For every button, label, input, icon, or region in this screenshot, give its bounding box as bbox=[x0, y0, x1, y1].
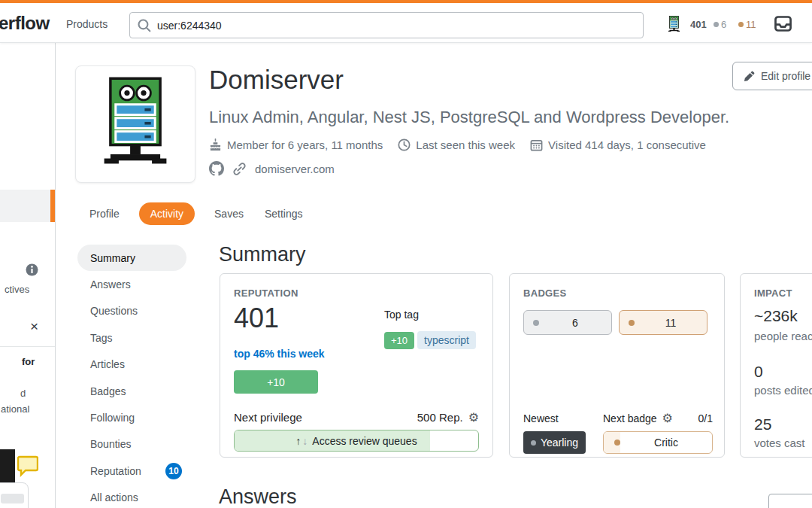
up-arrow-icon: ↑ bbox=[295, 435, 301, 447]
subnav-item-answers[interactable]: Answers bbox=[77, 271, 186, 297]
profile-meta-row: Member for 6 years, 11 months Last seen … bbox=[209, 138, 706, 151]
posts-edited-value: 0 bbox=[754, 363, 763, 381]
cake-icon bbox=[209, 138, 222, 151]
inbox-icon[interactable] bbox=[774, 16, 792, 32]
subnav-item-tags[interactable]: Tags bbox=[77, 324, 186, 351]
next-badge-progress: 0/1 bbox=[698, 412, 713, 424]
visited: Visited 414 days, 1 consecutive bbox=[530, 138, 706, 151]
badges-card-title: BADGES bbox=[523, 287, 566, 299]
top-tag-change: +10 bbox=[384, 332, 414, 349]
sidebar-text-fragment-d: d bbox=[20, 388, 26, 399]
products-menu[interactable]: Products bbox=[66, 18, 108, 30]
avatar[interactable] bbox=[75, 65, 195, 183]
sidebar-image-fragment bbox=[0, 449, 15, 482]
privilege-progress-bar[interactable]: ↑↓ Access review queues bbox=[234, 430, 479, 452]
top-bar: erflow Products 401 6 11 bbox=[0, 0, 812, 43]
sidebar-selected-item[interactable] bbox=[0, 190, 55, 222]
subnav-item-summary[interactable]: Summary bbox=[77, 245, 186, 271]
site-logo[interactable]: erflow bbox=[0, 13, 50, 34]
silver-dot-icon bbox=[531, 440, 536, 446]
sidebar-text-fragment-ational: ational bbox=[1, 403, 29, 415]
people-reached-value: ~236k bbox=[754, 307, 798, 325]
subnav-item-bounties[interactable]: Bounties bbox=[77, 431, 186, 458]
newest-badge-yearling[interactable]: Yearling bbox=[523, 431, 586, 454]
github-icon[interactable] bbox=[209, 161, 224, 176]
next-privilege-row: Next privilege 500 Rep. ⚙ bbox=[234, 411, 479, 424]
tab-profile[interactable]: Profile bbox=[88, 202, 121, 225]
info-icon[interactable] bbox=[26, 263, 38, 276]
sidebar-widget-fragment bbox=[0, 482, 29, 508]
reputation-card-title: REPUTATION bbox=[234, 287, 298, 299]
people-reached-label: people reached bbox=[754, 330, 812, 342]
subnav-item-all-actions[interactable]: All actions bbox=[77, 485, 186, 508]
sidebar-divider bbox=[55, 43, 56, 508]
bronze-badges-box[interactable]: 11 bbox=[619, 310, 707, 335]
next-badge-critic[interactable]: Critic bbox=[603, 431, 713, 454]
silver-badges-box[interactable]: 6 bbox=[523, 310, 612, 335]
activity-subnav: Summary Answers Questions Tags Articles … bbox=[77, 245, 186, 508]
topbar-avatar[interactable] bbox=[665, 15, 685, 34]
chat-bubble-icon[interactable] bbox=[17, 455, 38, 478]
next-privilege-target: 500 Rep. bbox=[417, 411, 463, 424]
clock-icon bbox=[398, 138, 411, 151]
sidebar-hdivider bbox=[0, 346, 55, 347]
sidebar-text-fragment-for: for bbox=[22, 356, 35, 367]
reputation-card: REPUTATION 401 top 46% this week +10 Top… bbox=[220, 273, 493, 458]
subnav-item-articles[interactable]: Articles bbox=[77, 351, 186, 378]
next-privilege-label: Next privilege bbox=[234, 411, 302, 424]
close-icon[interactable]: × bbox=[30, 319, 38, 333]
silver-dot-icon bbox=[533, 320, 539, 326]
reputation-count-badge: 10 bbox=[165, 463, 182, 479]
profile-links-row: domiserver.com bbox=[209, 161, 335, 176]
reputation-trend-link[interactable]: top 46% this week bbox=[234, 348, 325, 360]
top-tag[interactable]: typescript bbox=[417, 331, 476, 349]
privilege-progress-label: ↑↓ Access review queues bbox=[235, 430, 478, 451]
tab-settings[interactable]: Settings bbox=[263, 202, 304, 225]
last-seen: Last seen this week bbox=[398, 138, 515, 151]
member-for: Member for 6 years, 11 months bbox=[209, 138, 383, 151]
search-input[interactable] bbox=[130, 13, 643, 38]
top-tag-row: +10 typescript bbox=[384, 331, 476, 349]
sidebar-collectives-fragment[interactable]: ctives bbox=[5, 284, 29, 295]
impact-card: IMPACT ~236k people reached 0 posts edit… bbox=[740, 273, 812, 458]
topbar-reputation[interactable]: 401 bbox=[690, 19, 707, 30]
search-box[interactable] bbox=[129, 12, 644, 38]
website-link[interactable]: domiserver.com bbox=[255, 163, 335, 175]
bronze-dot-icon bbox=[614, 440, 620, 446]
pencil-icon bbox=[744, 71, 755, 82]
bronze-dot-icon bbox=[629, 320, 635, 326]
search-icon bbox=[137, 18, 151, 32]
summary-heading: Summary bbox=[219, 243, 306, 266]
edit-profile-button[interactable]: Edit profile bbox=[732, 62, 812, 90]
silver-dot-icon bbox=[714, 22, 719, 27]
topbar-bronze-badges[interactable]: 11 bbox=[738, 19, 756, 30]
topbar-silver-badges[interactable]: 6 bbox=[714, 19, 726, 30]
calendar-icon bbox=[530, 138, 543, 151]
down-arrow-icon: ↓ bbox=[302, 435, 308, 447]
answers-heading: Answers bbox=[219, 485, 297, 508]
next-badge-row: Next badge ⚙ 0/1 bbox=[603, 412, 713, 424]
votes-cast-value: 25 bbox=[754, 415, 771, 433]
top-tag-label: Top tag bbox=[384, 309, 419, 321]
subnav-item-badges[interactable]: Badges bbox=[77, 378, 186, 404]
subnav-item-reputation[interactable]: Reputation 10 bbox=[77, 458, 186, 484]
tab-saves[interactable]: Saves bbox=[213, 202, 245, 225]
bronze-dot-icon bbox=[738, 22, 744, 27]
profile-tabs: Profile Activity Saves Settings bbox=[88, 201, 304, 227]
subnav-item-following[interactable]: Following bbox=[77, 404, 186, 430]
reputation-value: 401 bbox=[234, 303, 279, 334]
gear-icon[interactable]: ⚙ bbox=[468, 412, 479, 424]
newest-label: Newest bbox=[523, 412, 559, 424]
page-title: Domiserver bbox=[209, 65, 344, 95]
subnav-item-questions[interactable]: Questions bbox=[77, 298, 186, 324]
answers-sort-select[interactable] bbox=[768, 494, 812, 508]
posts-edited-label: posts edited bbox=[754, 384, 812, 397]
votes-cast-label: votes cast bbox=[754, 437, 805, 449]
impact-card-title: IMPACT bbox=[754, 287, 792, 299]
reputation-week-change: +10 bbox=[234, 370, 318, 394]
tab-activity[interactable]: Activity bbox=[139, 202, 195, 225]
sidebar-widget-bar bbox=[1, 494, 24, 503]
link-icon bbox=[232, 162, 247, 176]
gear-icon[interactable]: ⚙ bbox=[662, 412, 673, 424]
profile-tagline: Linux Admin, Angular, Nest JS, PostgreSQ… bbox=[209, 108, 729, 127]
